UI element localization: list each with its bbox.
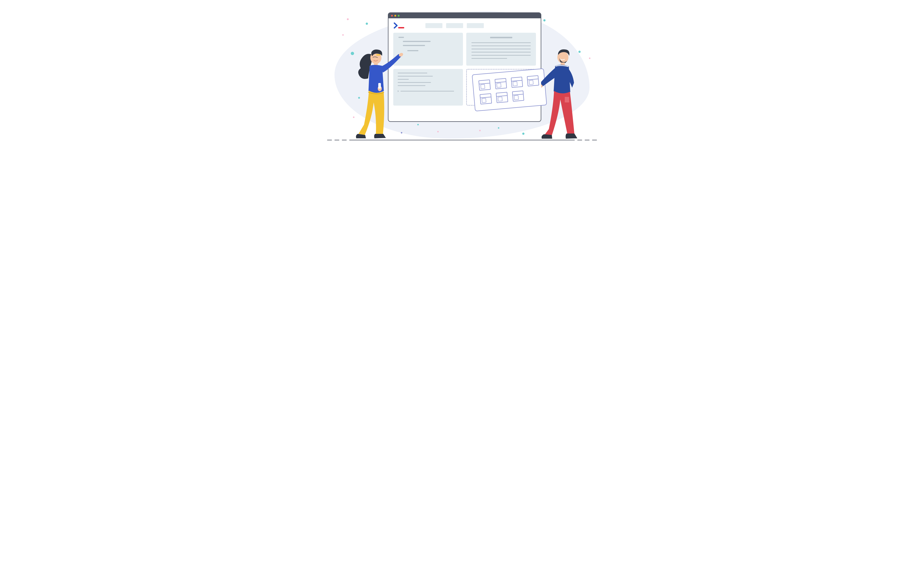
window-icon: [496, 92, 508, 103]
decorative-dot: [522, 133, 525, 135]
decorative-dot: [498, 127, 499, 129]
decorative-dot: [589, 57, 591, 59]
decorative-dot: [543, 19, 546, 21]
decorative-dot: [437, 131, 439, 132]
illustration-scene: [323, 0, 601, 145]
nav-tab[interactable]: [467, 23, 484, 28]
window-icon: [527, 75, 539, 86]
window-icon: [478, 80, 491, 91]
nav-tab[interactable]: [425, 23, 442, 28]
svg-rect-2: [376, 54, 380, 56]
decorative-dot: [366, 23, 368, 25]
svg-rect-6: [378, 83, 381, 89]
zoom-icon[interactable]: [398, 15, 399, 17]
minimize-icon[interactable]: [394, 15, 396, 17]
close-icon[interactable]: [391, 15, 393, 17]
decorative-dot: [479, 130, 481, 131]
nav-tab[interactable]: [446, 23, 463, 28]
person-man: [541, 48, 580, 141]
titlebar: [389, 13, 541, 18]
person-woman: [355, 47, 407, 141]
document-pane: [466, 33, 536, 66]
svg-rect-10: [565, 97, 569, 103]
window-icon: [511, 77, 523, 88]
window-icon: [512, 91, 524, 101]
window-header: [389, 18, 541, 33]
decorative-dot: [417, 124, 419, 125]
window-icon: [479, 94, 492, 104]
widgets-card[interactable]: [472, 68, 547, 111]
decorative-dot: [347, 18, 349, 20]
terminal-logo-icon: [393, 23, 404, 29]
window-icon: [494, 78, 507, 89]
nav-tabs: [425, 23, 484, 28]
decorative-dot: [351, 52, 354, 55]
decorative-dot: [342, 34, 344, 36]
decorative-dot: [353, 116, 354, 118]
